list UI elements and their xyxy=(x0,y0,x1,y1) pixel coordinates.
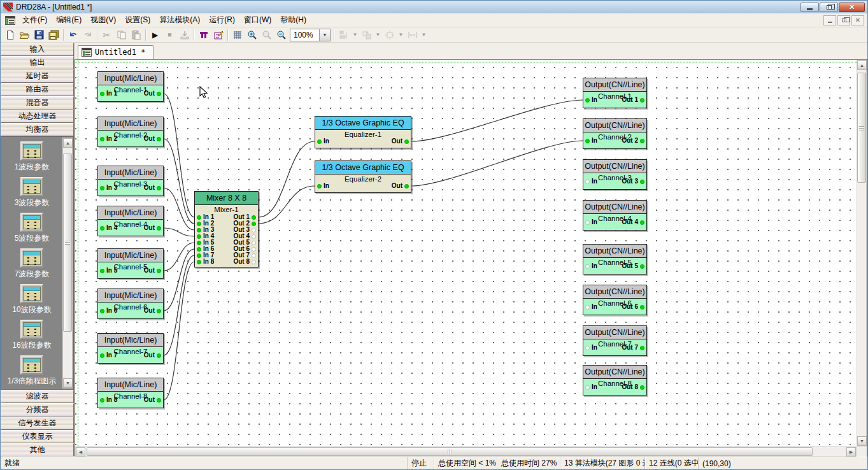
palette-item-3波段参数[interactable]: 3波段参数 xyxy=(1,173,62,208)
palette-item-16波段参数[interactable]: 16波段参数 xyxy=(1,315,62,351)
block-input-channel-6[interactable]: Input(Mic/Line)Channel-6In 6Out xyxy=(97,288,164,319)
module-editor-button[interactable] xyxy=(211,28,225,42)
block-input-channel-7[interactable]: Input(Mic/Line)Channel-7In 7Out xyxy=(97,333,164,364)
wire-tool-button[interactable] xyxy=(196,28,211,42)
output-port-dot[interactable] xyxy=(157,137,161,141)
input-port-dot[interactable] xyxy=(100,186,104,190)
output-port-dot[interactable] xyxy=(640,264,644,269)
output-port-dot[interactable] xyxy=(252,228,256,232)
canvas-vertical-scrollbar[interactable]: ▲ ▼ xyxy=(857,60,867,446)
output-port-dot[interactable] xyxy=(252,241,256,245)
output-port-dot[interactable] xyxy=(157,92,161,96)
space-tool-dropdown-caret-icon[interactable]: ▼ xyxy=(420,28,428,42)
size-tool-button[interactable] xyxy=(359,28,374,42)
restore-button[interactable] xyxy=(820,3,838,12)
sidebar-group-output[interactable]: 输出 xyxy=(1,56,74,69)
connection-wire[interactable] xyxy=(164,249,194,311)
palette-item-5波段参数[interactable]: 5波段参数 xyxy=(1,208,62,244)
paste-button[interactable] xyxy=(129,28,143,42)
block-output-channel-8[interactable]: Output(CN//Line)Channel-8InOut 8 xyxy=(583,365,647,395)
input-port-dot[interactable] xyxy=(197,241,201,245)
input-port-dot[interactable] xyxy=(197,222,201,226)
input-port-dot[interactable] xyxy=(100,269,104,273)
block-input-channel-1[interactable]: Input(Mic/Line)Channel-1In 1Out xyxy=(97,71,164,102)
title-bar[interactable]: DRD28A - [Untitled1 *] ✕ xyxy=(1,1,867,13)
connection-wire[interactable] xyxy=(259,186,315,224)
output-port-dot[interactable] xyxy=(252,253,256,258)
palette-item-7波段参数[interactable]: 7波段参数 xyxy=(1,244,62,280)
output-port-dot[interactable] xyxy=(404,184,409,189)
space-tool-button[interactable] xyxy=(405,28,420,42)
menu-edit[interactable]: 编辑(E) xyxy=(52,13,86,27)
output-port-dot[interactable] xyxy=(252,260,256,264)
block-input-channel-2[interactable]: Input(Mic/Line)Channel-2In 2Out xyxy=(97,117,164,147)
output-port-dot[interactable] xyxy=(640,220,644,225)
save-all-button[interactable] xyxy=(46,28,61,42)
input-port-dot[interactable] xyxy=(197,228,201,232)
block-output-channel-5[interactable]: Output(CN//Line)Channel-5InOut 5 xyxy=(583,244,647,274)
input-port-dot[interactable] xyxy=(585,346,590,350)
open-file-button[interactable] xyxy=(17,28,32,42)
palette-scroll-up-icon[interactable]: ▲ xyxy=(63,138,73,148)
input-port-dot[interactable] xyxy=(585,385,590,390)
palette-scroll-thumb[interactable] xyxy=(63,153,72,332)
input-port-dot[interactable] xyxy=(100,137,104,141)
combobox-arrow-icon[interactable]: ▼ xyxy=(319,29,330,41)
run-button[interactable]: ▶ xyxy=(148,28,162,42)
child-minimize-button[interactable] xyxy=(823,15,836,25)
palette-item-1/3倍频程图示[interactable]: 1/3倍频程图示 xyxy=(1,351,62,387)
sidebar-group-meters[interactable]: 仪表显示 xyxy=(1,430,74,443)
block-output-channel-6[interactable]: Output(CN//Line)Channel-6InOut 6 xyxy=(583,285,647,315)
zoom-level-combobox[interactable]: 100%▼ xyxy=(290,29,331,41)
input-port-dot[interactable] xyxy=(317,184,322,189)
input-port-dot[interactable] xyxy=(317,139,322,144)
input-port-dot[interactable] xyxy=(585,139,590,143)
connection-wire[interactable] xyxy=(164,228,194,236)
block-mixer-mixer-1[interactable]: Mixer 8 X 8Mixer-1In 1Out 1In 2Out 2In 3… xyxy=(194,191,259,267)
output-port-dot[interactable] xyxy=(640,139,644,143)
input-port-dot[interactable] xyxy=(197,234,201,239)
zoom-in-button[interactable] xyxy=(245,28,259,42)
cut-button[interactable]: ✂ xyxy=(99,28,114,42)
sidebar-group-dynamics[interactable]: 动态处理器 xyxy=(1,110,74,123)
zoom-out-button[interactable] xyxy=(274,28,288,42)
sidebar-group-siggen[interactable]: 信号发生器 xyxy=(1,417,74,430)
center-tool-dropdown-caret-icon[interactable]: ▼ xyxy=(397,28,405,42)
block-output-channel-7[interactable]: Output(CN//Line)Channel-7InOut 7 xyxy=(583,325,647,356)
sidebar-group-crossover[interactable]: 分频器 xyxy=(1,403,74,417)
input-port-dot[interactable] xyxy=(197,247,201,252)
connection-wire[interactable] xyxy=(164,255,194,355)
scroll-left-icon[interactable]: ◀ xyxy=(76,447,85,457)
output-port-dot[interactable] xyxy=(640,305,644,310)
input-port-dot[interactable] xyxy=(197,260,201,264)
align-tool-button[interactable] xyxy=(336,28,351,42)
block-output-channel-3[interactable]: Output(CN//Line)Channel-3InOut 3 xyxy=(583,159,647,190)
block-output-channel-1[interactable]: Output(CN//Line)Channel-1InOut 1 xyxy=(583,78,647,108)
input-port-dot[interactable] xyxy=(100,309,104,313)
redo-button[interactable] xyxy=(80,28,95,42)
connection-wire[interactable] xyxy=(164,94,194,217)
scroll-right-icon[interactable]: ▶ xyxy=(846,447,856,457)
output-port-dot[interactable] xyxy=(157,309,161,313)
save-button[interactable] xyxy=(32,28,46,42)
connection-wire[interactable] xyxy=(164,188,194,230)
input-port-dot[interactable] xyxy=(585,305,590,310)
palette-item-10波段参数[interactable]: 10波段参数 xyxy=(1,280,62,315)
output-port-dot[interactable] xyxy=(157,226,161,231)
output-port-dot[interactable] xyxy=(157,269,161,273)
size-tool-dropdown-caret-icon[interactable]: ▼ xyxy=(374,28,382,42)
scroll-down-icon[interactable]: ▼ xyxy=(857,436,867,446)
block-input-channel-3[interactable]: Input(Mic/Line)Channel-3In 3Out xyxy=(97,166,164,196)
download-button[interactable] xyxy=(177,28,192,42)
input-port-dot[interactable] xyxy=(100,92,104,96)
connection-wire[interactable] xyxy=(259,141,315,217)
output-port-dot[interactable] xyxy=(252,222,256,226)
output-port-dot[interactable] xyxy=(640,346,644,350)
menu-view[interactable]: 视图(V) xyxy=(86,13,120,27)
sidebar-group-other[interactable]: 其他 xyxy=(1,443,74,457)
output-port-dot[interactable] xyxy=(640,180,644,184)
child-close-button[interactable]: ✕ xyxy=(851,15,864,25)
connection-wire[interactable] xyxy=(411,100,583,141)
scroll-up-icon[interactable]: ▲ xyxy=(857,61,867,70)
menu-file[interactable]: 文件(F) xyxy=(18,13,52,27)
